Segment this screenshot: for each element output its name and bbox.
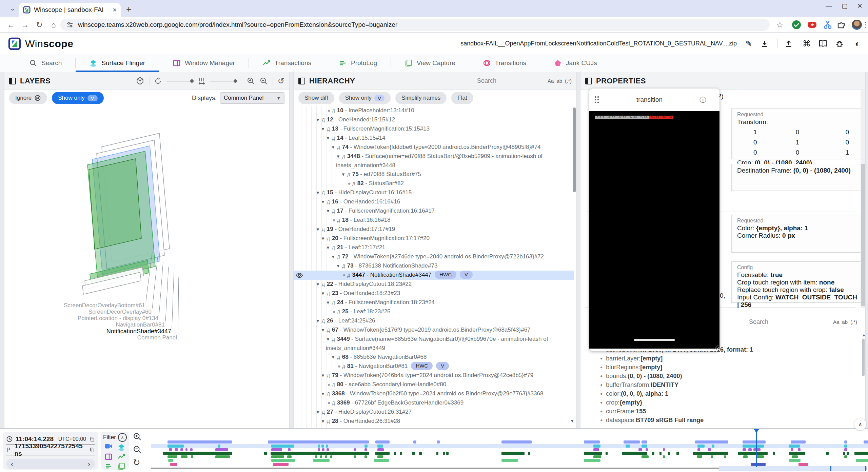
trace-segment-surface-flinger[interactable]: [218, 445, 220, 448]
trace-segment-surface-flinger[interactable]: [626, 445, 630, 448]
properties-scrollbar[interactable]: ▲: [862, 334, 865, 426]
trace-segment-window-manager[interactable]: [844, 448, 847, 451]
trace-segment-surface-flinger[interactable]: [271, 445, 294, 448]
3d-view-icon[interactable]: [136, 77, 144, 85]
close-window-icon[interactable]: ✕: [857, 2, 863, 10]
trace-segment-transactions[interactable]: [854, 452, 868, 455]
expand-arrow-icon[interactable]: ▼: [326, 243, 332, 252]
tree-node-17[interactable]: ▼Д17 - FullscreenMagnification:16:16#17: [294, 206, 574, 216]
trace-segment-transactions[interactable]: [446, 452, 448, 455]
trace-segment-window-manager[interactable]: [663, 448, 665, 451]
trace-segment-surface-flinger[interactable]: [377, 445, 383, 448]
trace-segment-protolog[interactable]: [215, 455, 230, 458]
tree-node-67[interactable]: ▼Д67 - WindowToken{e5176f9 type=2019 and…: [294, 326, 574, 335]
trace-segment-protolog[interactable]: [364, 455, 367, 458]
tree-node-80[interactable]: ●Д80 - ace6abb SecondaryHomeHandle0#80: [294, 380, 574, 389]
trace-segment-screen-recording[interactable]: [642, 440, 647, 444]
tree-node-27[interactable]: ▼Д27 - HideDisplayCutout:26:31#27: [294, 408, 574, 417]
trace-segment-window-manager[interactable]: [327, 448, 329, 451]
tree-node-20[interactable]: ▼Д20 - FullscreenMagnification:17:17#20: [294, 234, 574, 243]
timeline-cursor-head[interactable]: [754, 429, 759, 433]
extension-red-icon[interactable]: [807, 20, 817, 30]
expand-arrow-icon[interactable]: ▼: [321, 371, 327, 380]
tree-node-22[interactable]: ▼Д22 - HideDisplayCutout:18:23#22: [294, 280, 574, 289]
tree-node-3447[interactable]: ●Д3447 - NotificationShade#3447HWCV: [294, 271, 574, 280]
trace-segment-surface-flinger[interactable]: [844, 445, 847, 448]
zoom-in-icon[interactable]: [247, 77, 255, 85]
tab-view-capture[interactable]: View Capture: [391, 54, 469, 72]
trace-segment-transactions[interactable]: [676, 452, 678, 455]
trace-segment-view-capture[interactable]: [584, 459, 600, 462]
tab-jank-cujs[interactable]: Jank CUJs: [540, 54, 611, 72]
url-bar[interactable]: winscope.teams.x20web.corp.google.com/pr…: [60, 19, 770, 31]
tree-node-25[interactable]: ●Д25 - Leaf:18:23#25: [294, 307, 574, 316]
trace-segment-window-manager[interactable]: [169, 448, 173, 451]
timeline-cursor[interactable]: [756, 429, 757, 467]
trace-segment-transactions[interactable]: [419, 452, 422, 455]
trace-segment-window-manager[interactable]: [180, 448, 183, 451]
url-text[interactable]: winscope.teams.x20web.corp.google.com/pr…: [78, 21, 397, 28]
info-icon[interactable]: ⓘ: [699, 95, 706, 104]
displays-select[interactable]: Common Panel▼: [220, 92, 284, 104]
tree-node-12[interactable]: ▼Д12 - OneHanded:15:15#12: [294, 115, 574, 124]
property-dataspace[interactable]: ●dataspace:BT709 sRGB Full range: [580, 416, 861, 425]
property-crop[interactable]: ●crop:{empty}: [580, 398, 861, 407]
trace-segment-screen-recording[interactable]: [437, 440, 440, 444]
expand-arrow-icon[interactable]: ▼: [331, 353, 337, 362]
property-barrierlayer[interactable]: ●barrierLayer:[empty]: [580, 354, 861, 363]
tab-window-manager[interactable]: Window Manager: [159, 54, 249, 72]
trace-segment-transactions[interactable]: [375, 452, 390, 455]
bookmark-star-icon[interactable]: ☆: [775, 20, 785, 29]
trace-segment-window-manager[interactable]: [288, 448, 291, 451]
filter-list-icon[interactable]: [104, 462, 113, 470]
trace-segment-protolog[interactable]: [792, 455, 798, 458]
trace-segment-window-manager[interactable]: [377, 448, 384, 451]
trace-segment-surface-flinger[interactable]: [712, 445, 714, 448]
trace-segment-protolog[interactable]: [663, 455, 665, 458]
timeline-tracks[interactable]: [151, 429, 868, 472]
layer-label-screendecoroverlay-60[interactable]: ScreenDecorOverlay#60: [88, 309, 152, 315]
trace-segment-screen-recording[interactable]: [695, 440, 728, 444]
trace-segment-transactions[interactable]: [826, 452, 828, 455]
trace-segment-transitions[interactable]: [751, 463, 765, 466]
search-tool-ab[interactable]: ab: [556, 78, 562, 84]
chip-show-diff[interactable]: Show diff: [298, 92, 334, 104]
tree-node-15[interactable]: ▼Д15 - HideDisplayCutout:16:16#15: [294, 188, 574, 197]
trace-segment-window-manager[interactable]: [215, 448, 228, 451]
trace-segment-surface-flinger[interactable]: [593, 445, 600, 448]
expand-arrow-icon[interactable]: ▼: [316, 317, 322, 326]
trace-segment-screen-recording[interactable]: [375, 440, 390, 444]
expand-arrow-icon[interactable]: ▼: [321, 289, 327, 298]
trace-segment-window-manager[interactable]: [364, 448, 367, 451]
scissors-extension-icon[interactable]: [823, 20, 833, 30]
trace-segment-view-capture[interactable]: [271, 459, 295, 462]
trace-segment-window-manager[interactable]: [318, 448, 320, 451]
trace-segment-window-manager[interactable]: [646, 448, 648, 451]
property-buffertransform[interactable]: ●bufferTransform:IDENTITY: [580, 380, 861, 389]
filter-window-icon[interactable]: [104, 453, 113, 461]
trace-segment-view-capture[interactable]: [789, 459, 801, 462]
trace-segment-surface-flinger[interactable]: [318, 445, 320, 448]
tree-node-18[interactable]: ●Д18 - Leaf:16:16#18: [294, 216, 574, 225]
search-tool-aa[interactable]: Aa: [548, 78, 554, 84]
trace-segment-view-capture[interactable]: [374, 459, 389, 462]
trace-segment-transactions[interactable]: [436, 452, 438, 455]
tree-node-3449[interactable]: ▼Д3449 - Surface(name=885b63e Navigation…: [294, 335, 574, 353]
trace-segment-protolog[interactable]: [377, 455, 383, 458]
trace-segment-protolog[interactable]: [844, 455, 847, 458]
zoom-out-icon[interactable]: [260, 77, 268, 85]
trace-segment-transactions[interactable]: [501, 452, 525, 455]
trace-segment-protolog[interactable]: [271, 455, 284, 458]
filter-layers-icon[interactable]: [117, 443, 125, 451]
trace-segment-protolog[interactable]: [315, 455, 317, 458]
trace-segment-surface-flinger[interactable]: [167, 445, 184, 448]
tree-node-23[interactable]: ▼Д23 - OneHanded:18:23#23: [294, 289, 574, 298]
minimap-track[interactable]: [151, 468, 719, 469]
trace-segment-protolog[interactable]: [711, 455, 713, 458]
extensions-puzzle-icon[interactable]: [836, 20, 846, 30]
trace-segment-screen-recording[interactable]: [167, 440, 232, 444]
trace-segment-protolog[interactable]: [191, 455, 193, 458]
scroll-down-icon[interactable]: ▼: [570, 418, 574, 424]
layer-label-common-panel[interactable]: Common Panel: [137, 334, 177, 341]
forward-icon[interactable]: →: [20, 20, 30, 29]
